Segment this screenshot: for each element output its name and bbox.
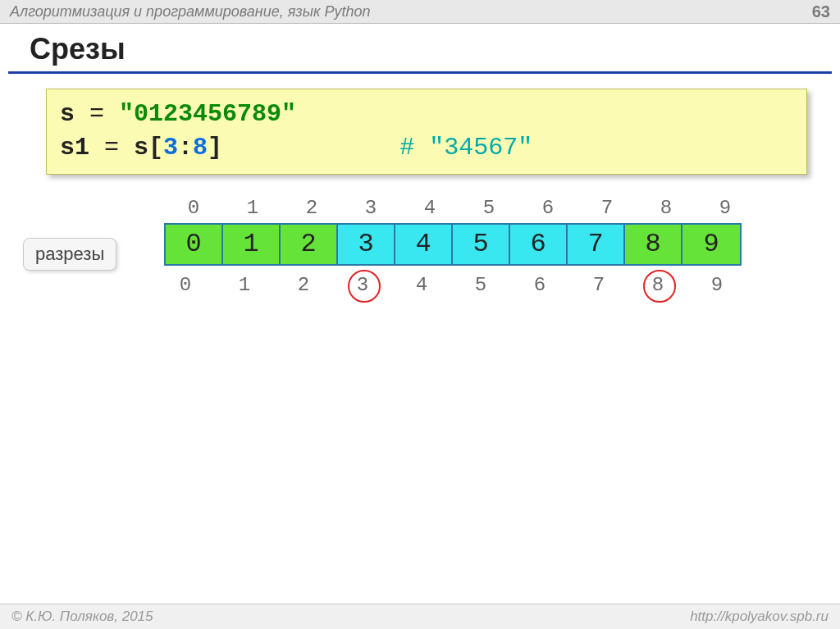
bottom-index: 7	[569, 274, 628, 296]
cells-row: 0123456789	[164, 223, 742, 266]
footer-url: http://kpolyakov.spb.ru	[690, 604, 829, 629]
footer-copyright: © К.Ю. Поляков, 2015	[11, 604, 153, 629]
bottom-index-row: 0123456789	[156, 274, 746, 296]
array-cell: 6	[510, 225, 568, 264]
array-cell: 3	[338, 225, 395, 264]
cuts-label: разрезы	[23, 238, 116, 271]
array-cell: 2	[281, 225, 338, 264]
array-cell: 4	[395, 225, 453, 264]
top-index: 3	[341, 197, 400, 219]
top-index: 9	[696, 197, 755, 219]
top-index: 1	[223, 197, 282, 219]
title-underline	[8, 71, 832, 74]
bottom-index: 0	[156, 274, 215, 296]
top-index: 6	[518, 197, 578, 219]
top-index: 7	[578, 197, 637, 219]
array-cell: 1	[223, 225, 281, 264]
top-index: 4	[400, 197, 459, 219]
bottom-index: 3	[333, 274, 392, 296]
slide-header: Алгоритмизация и программирование, язык …	[0, 0, 840, 24]
array-cell: 5	[453, 225, 510, 264]
bottom-index: 9	[687, 274, 746, 296]
array-cell: 9	[682, 225, 740, 264]
bottom-index: 2	[274, 274, 333, 296]
code-line-1: s = "0123456789"	[60, 98, 793, 131]
header-title: Алгоритмизация и программирование, язык …	[10, 0, 370, 23]
top-index: 5	[459, 197, 518, 219]
page-number: 63	[812, 0, 830, 23]
bottom-index: 1	[215, 274, 274, 296]
top-index: 8	[637, 197, 696, 219]
slide-title: Срезы	[30, 32, 840, 66]
bottom-index: 5	[451, 274, 510, 296]
top-index-row: 0123456789	[164, 197, 755, 219]
bottom-index: 4	[392, 274, 451, 296]
bottom-index: 6	[510, 274, 569, 296]
bottom-index: 8	[628, 274, 687, 296]
array-cell: 7	[568, 225, 625, 264]
array-cell: 8	[625, 225, 682, 264]
top-index: 2	[282, 197, 341, 219]
slide-footer: © К.Ю. Поляков, 2015 http://kpolyakov.sp…	[0, 604, 840, 629]
top-index: 0	[164, 197, 223, 219]
code-line-2: s1 = s[3:8] # "34567"	[60, 131, 793, 165]
code-block: s = "0123456789" s1 = s[3:8] # "34567"	[46, 89, 807, 175]
array-cell: 0	[166, 225, 223, 264]
